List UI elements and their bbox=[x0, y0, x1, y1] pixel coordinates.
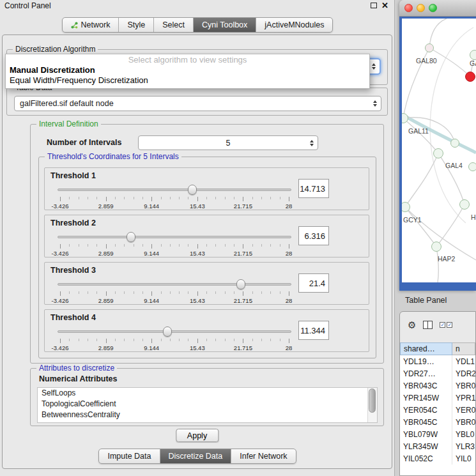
attribute-list-item[interactable]: TopologicalCoefficient bbox=[38, 399, 377, 410]
slider-tick bbox=[69, 197, 70, 199]
table-row[interactable]: YDL19…YDL1 bbox=[400, 355, 475, 367]
algorithm-dropdown-menu: Select algorithm to view settings Manual… bbox=[5, 54, 370, 89]
slider-tick bbox=[225, 339, 226, 341]
table-row[interactable]: YDR27…YDR2 bbox=[400, 367, 475, 380]
slider-tick bbox=[170, 197, 171, 199]
numerical-attributes-list[interactable]: SelfLoopsTopologicalCoefficientBetweenne… bbox=[37, 387, 378, 423]
network-view-window: GAL80GAGAL11GAL4GCY1HHAP2 bbox=[399, 0, 476, 291]
slider-scale-label: 15.43 bbox=[190, 250, 205, 257]
table-cell: YDL1 bbox=[452, 357, 475, 366]
network-node-hap2[interactable] bbox=[431, 242, 441, 252]
numerical-attributes-label: Numerical Attributes bbox=[39, 374, 117, 383]
table-row[interactable]: YLR345WYLR3 bbox=[400, 440, 475, 452]
table-row[interactable]: YPR145WYPR1 bbox=[400, 392, 475, 404]
table-row[interactable]: YBL079WYBL0 bbox=[400, 428, 475, 440]
algorithm-option-equal-width-frequency-discretization[interactable]: Equal Width/Frequency Discretization bbox=[6, 75, 369, 86]
slider-scale-label: 28 bbox=[286, 344, 293, 351]
slider-tick bbox=[225, 244, 226, 247]
zoom-traffic-light-icon[interactable] bbox=[429, 4, 437, 12]
slider-tick bbox=[151, 244, 152, 249]
slider-thumb[interactable] bbox=[236, 279, 245, 289]
apply-button[interactable]: Apply bbox=[176, 429, 219, 442]
slider-tick bbox=[197, 197, 198, 201]
threshold-value-field[interactable]: 21.4 bbox=[298, 273, 329, 293]
slider-tick bbox=[289, 197, 289, 201]
table-cell: YBL0 bbox=[452, 430, 475, 439]
slider-tick bbox=[96, 291, 97, 294]
minimize-traffic-light-icon[interactable] bbox=[417, 4, 425, 12]
slider-track[interactable] bbox=[58, 188, 291, 191]
network-node[interactable] bbox=[465, 72, 475, 82]
close-traffic-light-icon[interactable] bbox=[404, 4, 413, 12]
slider-thumb[interactable] bbox=[188, 185, 197, 195]
float-window-icon[interactable] bbox=[371, 3, 377, 8]
column-header-name[interactable]: n bbox=[452, 342, 475, 355]
slider-tick bbox=[179, 339, 180, 341]
slider-tick bbox=[170, 244, 171, 247]
threshold-value-field[interactable]: 6.316 bbox=[298, 226, 329, 245]
threshold-slider[interactable]: -3.4262.8599.14415.4321.71528 bbox=[56, 279, 293, 304]
network-canvas[interactable]: GAL80GAGAL11GAL4GCY1HHAP2 bbox=[402, 19, 476, 282]
table-row[interactable]: YBR043CYBR0 bbox=[400, 380, 475, 392]
tab-select[interactable]: Select bbox=[153, 18, 193, 32]
network-node[interactable] bbox=[468, 162, 476, 171]
network-node[interactable] bbox=[450, 139, 459, 148]
close-icon[interactable]: ✕ bbox=[381, 1, 388, 10]
scrollbar[interactable] bbox=[367, 388, 377, 422]
slider-thumb[interactable] bbox=[163, 326, 172, 337]
table-row[interactable]: YER054CYER0 bbox=[400, 404, 475, 416]
slider-scale-label: -3.426 bbox=[52, 250, 69, 257]
threshold-value-field[interactable]: 11.344 bbox=[298, 321, 329, 340]
slider-tick bbox=[197, 339, 198, 343]
slider-tick bbox=[88, 197, 88, 199]
table-row[interactable]: YBR045CYBR0 bbox=[400, 416, 475, 428]
tab-network[interactable]: Network bbox=[63, 18, 119, 32]
select-columns-icon[interactable]: ✓ ✓ bbox=[440, 322, 452, 328]
network-node-gal4[interactable] bbox=[433, 148, 443, 158]
threshold-value-field[interactable]: 14.713 bbox=[298, 179, 329, 198]
tab-label: Select bbox=[162, 20, 185, 29]
column-header-shared-name[interactable]: shared… bbox=[400, 342, 452, 355]
tab-jactivemnodules[interactable]: jActiveMNodules bbox=[256, 18, 332, 32]
slider-track[interactable] bbox=[58, 236, 291, 238]
bottom-tab-impute-data[interactable]: Impute Data bbox=[99, 449, 159, 463]
tab-style[interactable]: Style bbox=[118, 18, 153, 32]
slider-scale-label: 21.715 bbox=[234, 250, 252, 257]
table-row[interactable]: YIL052CYIL0 bbox=[400, 452, 475, 464]
scrollbar-thumb[interactable] bbox=[369, 388, 376, 413]
table-cell: YBR0 bbox=[452, 381, 475, 390]
slider-scale-label: 21.715 bbox=[234, 344, 252, 351]
dropdown-placeholder-option[interactable]: Select algorithm to view settings bbox=[6, 54, 369, 65]
network-node-gal80[interactable] bbox=[425, 43, 434, 52]
slider-scale-label: 21.715 bbox=[234, 297, 252, 304]
threshold-slider[interactable]: -3.4262.8599.14415.4321.71528 bbox=[56, 326, 293, 351]
attribute-list-item[interactable]: BetweennessCentrality bbox=[38, 410, 377, 420]
slider-track[interactable] bbox=[58, 283, 291, 286]
bottom-tab-infer-network[interactable]: Infer Network bbox=[231, 449, 295, 463]
table-data-select[interactable]: galFiltered.sif default node bbox=[14, 96, 381, 111]
stepper-arrows-icon bbox=[373, 100, 377, 107]
attribute-list-item[interactable]: SelfLoops bbox=[38, 388, 377, 399]
slider-tick bbox=[225, 291, 226, 294]
slider-scale-label: 21.715 bbox=[234, 203, 252, 210]
slider-scale-label: 2.859 bbox=[98, 203, 114, 210]
node-label: GAL80 bbox=[416, 57, 437, 65]
network-node-h[interactable] bbox=[459, 199, 470, 210]
number-of-intervals-select[interactable]: 5 bbox=[138, 135, 318, 150]
algorithm-option-manual-discretization[interactable]: Manual Discretization bbox=[6, 65, 369, 75]
slider-thumb[interactable] bbox=[127, 232, 135, 242]
slider-track[interactable] bbox=[58, 330, 291, 333]
table-toolbar: ⚙ ✓ ✓ bbox=[400, 312, 475, 337]
network-node-ga[interactable] bbox=[470, 50, 476, 60]
tab-cyni-toolbox[interactable]: Cyni Toolbox bbox=[193, 18, 256, 32]
table-cell: YER0 bbox=[452, 406, 475, 415]
threshold-4-panel: Threshold 4-3.4262.8599.14415.4321.71528… bbox=[44, 309, 369, 352]
bottom-tab-discretize-data[interactable]: Discretize Data bbox=[160, 449, 231, 463]
threshold-slider[interactable]: -3.4262.8599.14415.4321.71528 bbox=[56, 184, 293, 210]
interval-definition-label: Interval Definition bbox=[36, 119, 101, 128]
table-cell: YER054C bbox=[400, 404, 452, 416]
slider-tick bbox=[179, 291, 180, 294]
threshold-slider[interactable]: -3.4262.8599.14415.4321.71528 bbox=[56, 231, 293, 257]
gear-icon[interactable]: ⚙ bbox=[408, 320, 416, 330]
columns-icon[interactable] bbox=[423, 321, 433, 329]
